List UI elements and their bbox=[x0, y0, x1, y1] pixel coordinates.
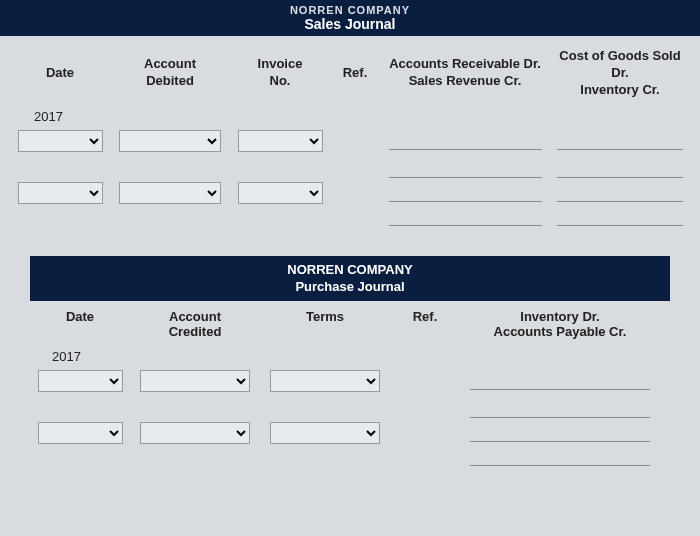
purchase-terms-select[interactable] bbox=[270, 370, 381, 392]
header-ref: Ref. bbox=[330, 65, 380, 82]
purchase-inv-input[interactable] bbox=[470, 424, 650, 442]
sales-ar-input[interactable] bbox=[389, 184, 542, 202]
sales-column-headers: Date Account Debited Invoice No. Ref. Ac… bbox=[10, 42, 690, 109]
purchase-terms-select[interactable] bbox=[270, 422, 381, 444]
sales-year: 2017 bbox=[10, 109, 690, 124]
sales-invoice-select[interactable] bbox=[238, 182, 323, 204]
sales-rows bbox=[10, 130, 690, 228]
sales-company: NORREN COMPANY bbox=[0, 4, 700, 16]
sales-account-select[interactable] bbox=[119, 182, 221, 204]
sales-invoice-select[interactable] bbox=[238, 130, 323, 152]
sales-ar-input[interactable] bbox=[389, 160, 542, 178]
sales-cogs-input[interactable] bbox=[557, 208, 683, 226]
purchase-company: NORREN COMPANY bbox=[30, 261, 670, 279]
purchase-year: 2017 bbox=[30, 349, 670, 364]
purchase-journal-section: NORREN COMPANY Purchase Journal Date Acc… bbox=[30, 256, 670, 468]
sales-ar-input[interactable] bbox=[389, 132, 542, 150]
header-invoice-no: Invoice No. bbox=[230, 56, 330, 90]
header-date: Date bbox=[30, 309, 130, 339]
purchase-inv-input[interactable] bbox=[470, 448, 650, 466]
purchase-date-select[interactable] bbox=[38, 422, 123, 444]
header-date: Date bbox=[10, 65, 110, 82]
sales-account-select[interactable] bbox=[119, 130, 221, 152]
sales-journal-header: NORREN COMPANY Sales Journal bbox=[0, 0, 700, 36]
purchase-journal-header: NORREN COMPANY Purchase Journal bbox=[30, 256, 670, 301]
sales-date-select[interactable] bbox=[18, 130, 103, 152]
sales-cogs-input[interactable] bbox=[557, 184, 683, 202]
header-cogs-inv: Cost of Goods Sold Dr. Inventory Cr. bbox=[550, 48, 690, 99]
sales-cogs-input[interactable] bbox=[557, 132, 683, 150]
purchase-account-select[interactable] bbox=[140, 370, 251, 392]
sales-cogs-input[interactable] bbox=[557, 160, 683, 178]
sales-journal-section: Date Account Debited Invoice No. Ref. Ac… bbox=[0, 36, 700, 248]
header-account-debited: Account Debited bbox=[110, 56, 230, 90]
purchase-date-select[interactable] bbox=[38, 370, 123, 392]
header-account-credited: Account Credited bbox=[130, 309, 260, 339]
header-inv-ap: Inventory Dr. Accounts Payable Cr. bbox=[460, 309, 660, 339]
header-ref: Ref. bbox=[390, 309, 460, 339]
sales-title: Sales Journal bbox=[0, 16, 700, 32]
purchase-column-headers: Date Account Credited Terms Ref. Invento… bbox=[30, 301, 670, 349]
purchase-account-select[interactable] bbox=[140, 422, 251, 444]
sales-date-select[interactable] bbox=[18, 182, 103, 204]
header-terms: Terms bbox=[260, 309, 390, 339]
header-ar-sr: Accounts Receivable Dr. Sales Revenue Cr… bbox=[380, 56, 550, 90]
purchase-rows bbox=[30, 370, 670, 468]
purchase-inv-input[interactable] bbox=[470, 372, 650, 390]
sales-ar-input[interactable] bbox=[389, 208, 542, 226]
purchase-title: Purchase Journal bbox=[30, 278, 670, 296]
purchase-inv-input[interactable] bbox=[470, 400, 650, 418]
